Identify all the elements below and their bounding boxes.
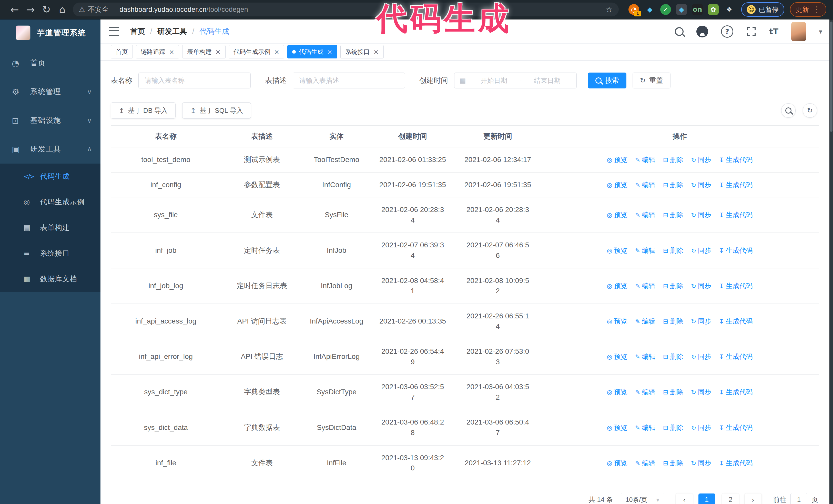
sidebar-subitem[interactable]: 数据库文档 — [0, 266, 100, 292]
avatar-caret-icon[interactable] — [819, 28, 822, 35]
sync-link[interactable]: 同步 — [691, 459, 711, 467]
edit-link[interactable]: 编辑 — [635, 247, 656, 254]
font-size-icon[interactable] — [769, 27, 779, 35]
sidebar-subitem[interactable]: 系统接口 — [0, 240, 100, 266]
extension-icon[interactable]: ❖ — [724, 4, 735, 15]
preview-link[interactable]: 预览 — [607, 424, 627, 431]
sidebar-item[interactable]: 基础设施 — [0, 106, 100, 135]
browser-forward-icon[interactable] — [23, 4, 39, 15]
recorder-paused-badge[interactable]: 已暂停 — [741, 2, 784, 17]
preview-link[interactable]: 预览 — [607, 459, 627, 467]
edit-link[interactable]: 编辑 — [635, 353, 656, 360]
view-tab[interactable]: 首页 — [111, 45, 133, 58]
close-icon[interactable] — [374, 49, 379, 55]
delete-link[interactable]: 删除 — [663, 353, 683, 360]
sidebar-subitem[interactable]: 表单构建 — [0, 215, 100, 240]
table-name-input[interactable] — [138, 73, 251, 89]
view-tab[interactable]: 代码生成 — [287, 45, 337, 58]
close-icon[interactable] — [274, 49, 279, 55]
edit-link[interactable]: 编辑 — [635, 282, 656, 290]
sync-link[interactable]: 同步 — [691, 181, 711, 189]
search-button[interactable]: 搜索 — [588, 73, 626, 89]
delete-link[interactable]: 删除 — [663, 424, 683, 431]
delete-link[interactable]: 删除 — [663, 211, 683, 219]
extension-icon[interactable]: ◆ — [644, 4, 655, 15]
import-db-button[interactable]: 基于 DB 导入 — [111, 102, 175, 119]
avatar[interactable] — [791, 22, 806, 41]
sync-link[interactable]: 同步 — [691, 388, 711, 396]
view-tab[interactable]: 表单构建 — [182, 45, 225, 58]
sync-link[interactable]: 同步 — [691, 353, 711, 360]
generate-code-link[interactable]: 生成代码 — [719, 156, 753, 164]
extension-icon[interactable]: on — [692, 4, 703, 15]
edit-link[interactable]: 编辑 — [635, 317, 656, 325]
toggle-search-button[interactable] — [781, 103, 795, 118]
preview-link[interactable]: 预览 — [607, 211, 627, 219]
goto-page-input[interactable] — [790, 493, 807, 504]
close-icon[interactable] — [169, 49, 174, 55]
page-number-button[interactable]: 1 — [698, 494, 715, 504]
delete-link[interactable]: 删除 — [663, 247, 683, 254]
sync-link[interactable]: 同步 — [691, 156, 711, 164]
preview-link[interactable]: 预览 — [607, 317, 627, 325]
preview-link[interactable]: 预览 — [607, 388, 627, 396]
page-size-select[interactable]: 10条/页 — [621, 493, 664, 504]
bookmark-star-icon[interactable] — [606, 6, 613, 13]
sync-link[interactable]: 同步 — [691, 211, 711, 219]
view-tab[interactable]: 链路追踪 — [136, 45, 179, 58]
edit-link[interactable]: 编辑 — [635, 156, 656, 164]
extension-icon[interactable]: ✓ — [660, 4, 671, 15]
delete-link[interactable]: 删除 — [663, 459, 683, 467]
edit-link[interactable]: 编辑 — [635, 424, 656, 431]
generate-code-link[interactable]: 生成代码 — [719, 247, 753, 254]
address-bar[interactable]: 不安全 dashboard.yudao.iocoder.cn/tool/code… — [73, 3, 619, 17]
import-sql-button[interactable]: 基于 SQL 导入 — [182, 102, 251, 119]
sidebar-item[interactable]: 首页 — [0, 49, 100, 77]
edit-link[interactable]: 编辑 — [635, 459, 656, 467]
browser-back-icon[interactable] — [7, 4, 23, 15]
edit-link[interactable]: 编辑 — [635, 211, 656, 219]
generate-code-link[interactable]: 生成代码 — [719, 388, 753, 396]
page-number-button[interactable]: 2 — [722, 494, 739, 504]
security-warning-icon[interactable] — [79, 6, 85, 13]
sync-link[interactable]: 同步 — [691, 317, 711, 325]
github-icon[interactable] — [696, 26, 708, 38]
start-date-placeholder[interactable]: 开始日期 — [470, 76, 518, 85]
delete-link[interactable]: 删除 — [663, 388, 683, 396]
preview-link[interactable]: 预览 — [607, 282, 627, 290]
delete-link[interactable]: 删除 — [663, 317, 683, 325]
next-page-button[interactable] — [744, 494, 761, 504]
sidebar-subitem[interactable]: 代码生成 — [0, 164, 100, 189]
generate-code-link[interactable]: 生成代码 — [719, 282, 753, 290]
preview-link[interactable]: 预览 — [607, 156, 627, 164]
edit-link[interactable]: 编辑 — [635, 388, 656, 396]
view-tab[interactable]: 系统接口 — [340, 45, 384, 58]
browser-home-icon[interactable] — [54, 4, 70, 15]
sync-link[interactable]: 同步 — [691, 282, 711, 290]
generate-code-link[interactable]: 生成代码 — [719, 424, 753, 431]
generate-code-link[interactable]: 生成代码 — [719, 181, 753, 189]
sidebar-subitem[interactable]: 代码生成示例 — [0, 189, 100, 215]
page-scrollbar[interactable] — [829, 20, 833, 504]
breadcrumb-item[interactable]: 研发工具 — [158, 26, 187, 37]
preview-link[interactable]: 预览 — [607, 247, 627, 254]
sidebar-collapse-icon[interactable] — [109, 27, 119, 36]
delete-link[interactable]: 删除 — [663, 181, 683, 189]
delete-link[interactable]: 删除 — [663, 282, 683, 290]
sidebar-item[interactable]: 系统管理 — [0, 77, 100, 106]
browser-update-button[interactable]: 更新 — [790, 2, 826, 17]
generate-code-link[interactable]: 生成代码 — [719, 317, 753, 325]
app-logo-row[interactable]: 芋道管理系统 — [0, 20, 100, 46]
browser-reload-icon[interactable] — [39, 4, 54, 15]
generate-code-link[interactable]: 生成代码 — [719, 353, 753, 360]
table-desc-input[interactable] — [293, 73, 405, 89]
close-icon[interactable] — [215, 49, 221, 55]
reset-button[interactable]: 重置 — [633, 73, 670, 89]
refresh-table-button[interactable] — [803, 103, 817, 118]
scrollbar-thumb[interactable] — [830, 22, 832, 132]
breadcrumb-item[interactable]: 首页 — [130, 26, 145, 37]
fullscreen-icon[interactable] — [746, 26, 756, 37]
sync-link[interactable]: 同步 — [691, 424, 711, 431]
preview-link[interactable]: 预览 — [607, 181, 627, 189]
sidebar-item[interactable]: 研发工具 — [0, 135, 100, 164]
